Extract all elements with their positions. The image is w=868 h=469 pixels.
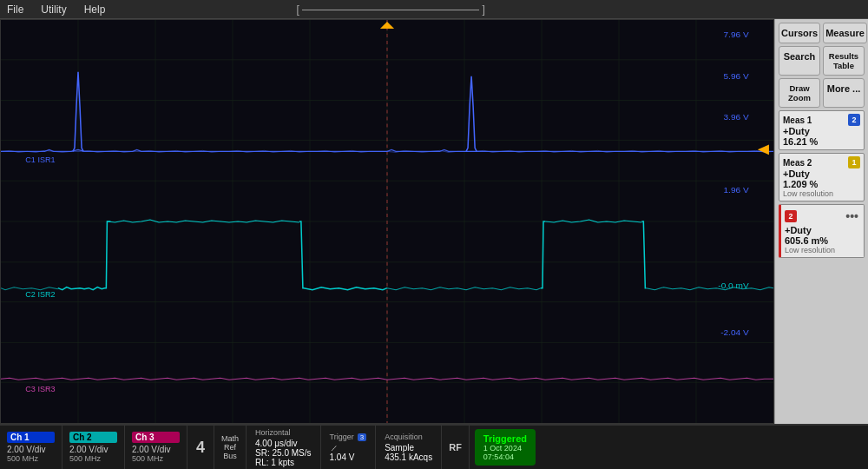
meas1-box: Meas 1 2 +Duty 16.21 % <box>779 110 865 150</box>
meas1-badge: 2 <box>848 114 860 126</box>
meas1-label: Meas 1 <box>783 116 812 125</box>
meas3-type: +Duty <box>785 225 860 235</box>
meas3-box: 2 ••• +Duty 605.6 m% Low resolution <box>779 204 865 258</box>
ch1-block[interactable]: Ch 1 2.00 V/div 500 MHz <box>0 426 62 469</box>
bracket-label: [ ————————————————— ] <box>296 3 484 16</box>
triggered-time: 07:54:04 <box>483 452 527 461</box>
horizontal-time-div: 4.00 μs/div <box>255 439 311 448</box>
svg-text:1.96 V: 1.96 V <box>723 185 749 195</box>
ch2-block[interactable]: Ch 2 2.00 V/div 500 MHz <box>62 426 125 469</box>
menu-utility[interactable]: Utility <box>41 3 66 16</box>
nav-number: 4 <box>196 439 205 457</box>
measure-button[interactable]: Measure <box>823 23 867 43</box>
meas2-box: Meas 2 1 +Duty 1.209 % Low resolution <box>779 153 865 201</box>
scope-display[interactable]: 7.96 V 5.96 V 3.96 V 1.96 V -0.0 mV -2.0… <box>0 19 774 424</box>
bus-label: Bus <box>223 452 237 460</box>
ch1-volts: 2.00 V/div <box>7 445 55 454</box>
svg-text:C2 ISR2: C2 ISR2 <box>25 290 55 299</box>
status-bar: Ch 1 2.00 V/div 500 MHz Ch 2 2.00 V/div … <box>0 424 868 469</box>
svg-text:-0.0 mV: -0.0 mV <box>718 281 749 290</box>
meas2-type: +Duty <box>783 168 860 179</box>
search-button[interactable]: Search <box>779 46 820 76</box>
svg-text:C3 ISR3: C3 ISR3 <box>25 385 55 393</box>
meas2-note: Low resolution <box>783 189 860 198</box>
meas1-value: 16.21 % <box>783 136 860 147</box>
svg-text:-2.04 V: -2.04 V <box>720 328 749 338</box>
meas3-options-button[interactable]: ••• <box>844 208 860 225</box>
draw-more-row: Draw Zoom More ... <box>779 78 865 108</box>
ch3-volts: 2.00 V/div <box>132 445 180 454</box>
more-button[interactable]: More ... <box>823 78 865 108</box>
meas1-type: +Duty <box>783 126 860 136</box>
acquisition-type: Sample <box>385 443 432 452</box>
trigger-block[interactable]: Trigger 3 ⟋ 1.04 V <box>321 426 377 469</box>
trigger-value: 1.04 V <box>330 452 367 462</box>
trigger-title: Trigger 3 <box>330 433 367 441</box>
svg-text:5.96 V: 5.96 V <box>723 71 749 81</box>
meas3-value: 605.6 m% <box>785 235 860 246</box>
math-block[interactable]: Math Ref Bus <box>214 426 247 469</box>
triggered-label: Triggered <box>483 433 527 444</box>
horizontal-title: Horizontal <box>255 428 311 437</box>
horizontal-sr: SR: 25.0 MS/s <box>255 448 311 458</box>
triggered-block: Triggered 1 Oct 2024 07:54:04 <box>475 429 536 466</box>
svg-text:7.96 V: 7.96 V <box>723 30 749 39</box>
nav-block[interactable]: 4 <box>187 426 214 469</box>
meas2-value: 1.209 % <box>783 179 860 189</box>
meas2-header: Meas 2 1 <box>783 156 860 168</box>
trigger-badge: 3 <box>358 433 366 441</box>
triggered-date: 1 Oct 2024 <box>483 444 527 452</box>
math-label: Math <box>221 434 239 443</box>
cursors-measure-row: Cursors Measure <box>779 23 865 43</box>
ch1-label: Ch 1 <box>7 432 55 443</box>
horizontal-block[interactable]: Horizontal 4.00 μs/div SR: 25.0 MS/s RL:… <box>247 426 320 469</box>
scope-grid: 7.96 V 5.96 V 3.96 V 1.96 V -0.0 mV -2.0… <box>1 20 773 423</box>
ch3-block[interactable]: Ch 3 2.00 V/div 500 MHz <box>125 426 187 469</box>
meas2-badge: 1 <box>848 156 860 168</box>
cursors-button[interactable]: Cursors <box>779 23 820 43</box>
menu-file[interactable]: File <box>7 3 23 16</box>
meas1-header: Meas 1 2 <box>783 114 860 126</box>
ch2-freq: 500 MHz <box>69 454 117 463</box>
horizontal-rl: RL: 1 kpts <box>255 458 311 467</box>
meas3-header: 2 ••• <box>785 208 860 225</box>
trigger-label: Trigger <box>330 433 354 441</box>
meas3-note: Low resolution <box>785 246 860 254</box>
search-results-row: Search Results Table <box>779 46 865 76</box>
draw-zoom-button[interactable]: Draw Zoom <box>779 78 820 108</box>
ch2-label: Ch 2 <box>69 432 117 443</box>
acquisition-title: Acquisition <box>385 433 432 441</box>
ch3-freq: 500 MHz <box>132 454 180 463</box>
ch1-freq: 500 MHz <box>7 454 55 463</box>
meas2-label: Meas 2 <box>783 158 812 168</box>
svg-text:C1 ISR1: C1 ISR1 <box>25 155 55 164</box>
right-panel: Cursors Measure Search Results Table Dra… <box>774 19 868 424</box>
ch2-volts: 2.00 V/div <box>69 445 117 454</box>
trigger-symbol: ⟋ <box>330 443 367 452</box>
meas3-badge: 2 <box>785 210 797 222</box>
rf-label: RF <box>449 442 462 452</box>
main-area: 7.96 V 5.96 V 3.96 V 1.96 V -0.0 mV -2.0… <box>0 19 868 424</box>
results-table-button[interactable]: Results Table <box>823 46 865 76</box>
acquisition-rate: 435.1 kAcqs <box>385 452 432 462</box>
menubar: File Utility Help [ ————————————————— ] <box>0 0 868 19</box>
ref-label: Ref <box>224 443 236 452</box>
acquisition-block[interactable]: Acquisition Sample 435.1 kAcqs <box>376 426 442 469</box>
ch3-label: Ch 3 <box>132 432 180 443</box>
svg-text:3.96 V: 3.96 V <box>723 112 749 122</box>
rf-block[interactable]: RF <box>442 426 470 469</box>
menu-help[interactable]: Help <box>84 3 106 16</box>
